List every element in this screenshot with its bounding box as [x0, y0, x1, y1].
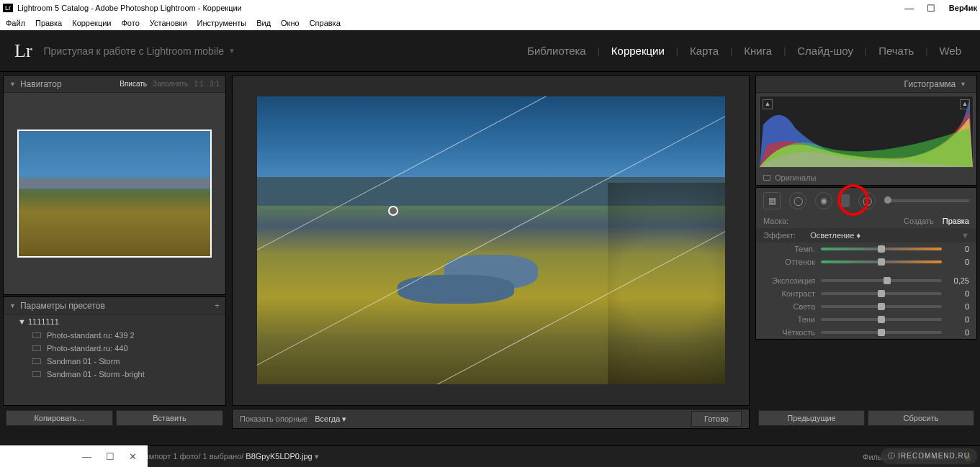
mask-create[interactable]: Создать: [904, 217, 934, 225]
brush-size-slider[interactable]: [884, 199, 969, 202]
highlight-clip-icon[interactable]: ▲: [960, 99, 970, 109]
tool-options-bar: Показать опорные Всегда ▾ Готово: [232, 409, 750, 429]
menu-view[interactable]: Вид: [256, 19, 271, 27]
slider-track[interactable]: [821, 279, 942, 282]
menu-help[interactable]: Справка: [310, 19, 341, 27]
zoom-fit[interactable]: Вписать: [120, 80, 147, 88]
slider-label: Тени: [763, 315, 821, 324]
slider-Тени[interactable]: Тени0: [756, 313, 976, 326]
mask-mode-row: Маска: Создать Правка: [756, 214, 976, 228]
menu-file[interactable]: Файл: [6, 19, 25, 27]
menu-settings[interactable]: Установки: [150, 19, 187, 27]
menu-window[interactable]: Окно: [281, 19, 300, 27]
module-map[interactable]: Карта: [685, 45, 723, 57]
show-pins-dropdown[interactable]: Всегда ▾: [315, 414, 346, 424]
navigator-header[interactable]: ▼ Навигатор Вписать Заполнить 1:1 3:1: [4, 76, 225, 93]
slider-track[interactable]: [821, 331, 942, 334]
watermark: ⓘ IRECOMMEND.RU: [881, 448, 977, 464]
effect-row[interactable]: Эффект: Осветление ♦ ▼: [756, 228, 976, 242]
copy-button[interactable]: Копировать…: [6, 410, 113, 426]
slider-track[interactable]: [821, 260, 942, 263]
minimize-icon[interactable]: —: [82, 451, 91, 462]
navigator-preview[interactable]: [4, 93, 225, 294]
filename: B8GpyK5LDP0.jpg: [246, 452, 312, 461]
slider-label: Экспозиция: [763, 276, 821, 285]
gradient-pin-icon[interactable]: [388, 206, 398, 216]
slider-knob[interactable]: [878, 303, 885, 310]
mask-edit[interactable]: Правка: [943, 217, 969, 225]
paste-button[interactable]: Вставить: [116, 410, 223, 426]
slider-Света[interactable]: Света0: [756, 300, 976, 313]
presets-title: Параметры пресетов: [20, 301, 105, 311]
slider-Чёткость[interactable]: Чёткость0: [756, 326, 976, 339]
add-preset-icon[interactable]: +: [215, 301, 220, 311]
menu-tools[interactable]: Инструменты: [197, 19, 247, 27]
slider-Оттенок[interactable]: Оттенок0: [756, 255, 976, 268]
crop-tool-icon[interactable]: ▦: [763, 192, 781, 209]
histogram-header[interactable]: Гистограмма ▼: [756, 76, 976, 93]
presets-header[interactable]: ▼ Параметры пресетов +: [4, 297, 225, 314]
preset-item[interactable]: Photo-standard.ru: 439 2: [4, 329, 225, 342]
zoom-fill[interactable]: Заполнить: [153, 80, 188, 88]
minimize-icon[interactable]: —: [899, 3, 920, 14]
checkbox-icon[interactable]: [763, 175, 770, 181]
gradient-tool-icon[interactable]: [841, 194, 850, 207]
close-icon[interactable]: ✕: [129, 451, 137, 462]
slider-knob[interactable]: [878, 290, 885, 297]
maximize-icon[interactable]: ☐: [106, 451, 114, 462]
effect-dropdown[interactable]: Осветление ♦: [810, 231, 860, 240]
maximize-icon[interactable]: ☐: [920, 3, 942, 14]
preset-item[interactable]: Sandman 01 - Storm: [4, 355, 225, 368]
slider-value: 0: [942, 245, 969, 253]
slider-track[interactable]: [821, 305, 942, 308]
slider-track[interactable]: [821, 248, 942, 250]
spot-tool-icon[interactable]: ◯: [789, 192, 806, 209]
slider-knob[interactable]: [884, 277, 891, 284]
done-button[interactable]: Готово: [691, 411, 742, 427]
slider-track[interactable]: [821, 292, 942, 295]
module-book[interactable]: Книга: [740, 45, 776, 57]
watermark-text: Вер4ик: [949, 4, 977, 12]
preset-folder[interactable]: ▼ 1111111: [4, 314, 225, 329]
menu-photo[interactable]: Фото: [122, 19, 140, 27]
radial-tool-icon[interactable]: ◯: [858, 192, 876, 209]
menu-edit[interactable]: Правка: [35, 19, 62, 27]
chevron-down-icon[interactable]: ▼: [228, 47, 235, 55]
slider-knob[interactable]: [878, 258, 885, 266]
slider-value: 0: [942, 289, 969, 298]
redeye-tool-icon[interactable]: ◉: [815, 192, 832, 209]
effect-label: Эффект:: [763, 231, 796, 240]
zoom-3-1[interactable]: 3:1: [210, 80, 220, 88]
module-slideshow[interactable]: Слайд-шоу: [793, 45, 858, 57]
slider-knob[interactable]: [878, 245, 885, 253]
canvas-area[interactable]: [232, 75, 750, 406]
module-develop[interactable]: Коррекции: [607, 45, 669, 57]
slider-value: 0: [942, 328, 969, 337]
slider-Экспозиция[interactable]: Экспозиция0,25: [756, 274, 976, 287]
slider-track[interactable]: [821, 318, 942, 321]
slider-knob[interactable]: [878, 329, 885, 336]
module-library[interactable]: Библиотека: [523, 45, 590, 57]
previous-button[interactable]: Предыдущие: [758, 410, 865, 426]
photo-canvas[interactable]: [257, 96, 725, 384]
originals-row[interactable]: Оригиналы: [756, 171, 976, 185]
reset-button[interactable]: Сбросить: [868, 410, 974, 426]
histogram[interactable]: ▲ ▲: [759, 96, 974, 168]
tagline[interactable]: Приступая к работе с Lightroom mobile: [44, 45, 224, 57]
slider-label: Чёткость: [763, 328, 821, 337]
zoom-1-1[interactable]: 1:1: [194, 80, 204, 88]
slider-label: Оттенок: [763, 258, 821, 266]
module-web[interactable]: Web: [935, 45, 966, 57]
slider-knob[interactable]: [878, 316, 885, 323]
preset-item[interactable]: Photo-standard.ru: 440: [4, 342, 225, 355]
slider-Темп.[interactable]: Темп.0: [756, 242, 976, 255]
module-print[interactable]: Печать: [874, 45, 918, 57]
shadow-clip-icon[interactable]: ▲: [763, 99, 773, 109]
chevron-down-icon: ▼: [9, 81, 16, 88]
preset-icon: [32, 345, 41, 351]
menu-develop[interactable]: Коррекции: [72, 19, 111, 27]
preset-item[interactable]: Sandman 01 - Storm -bright: [4, 368, 225, 381]
chevron-down-icon[interactable]: ▼: [961, 231, 969, 240]
slider-Контраст[interactable]: Контраст0: [756, 287, 976, 300]
mask-label: Маска:: [763, 217, 788, 225]
